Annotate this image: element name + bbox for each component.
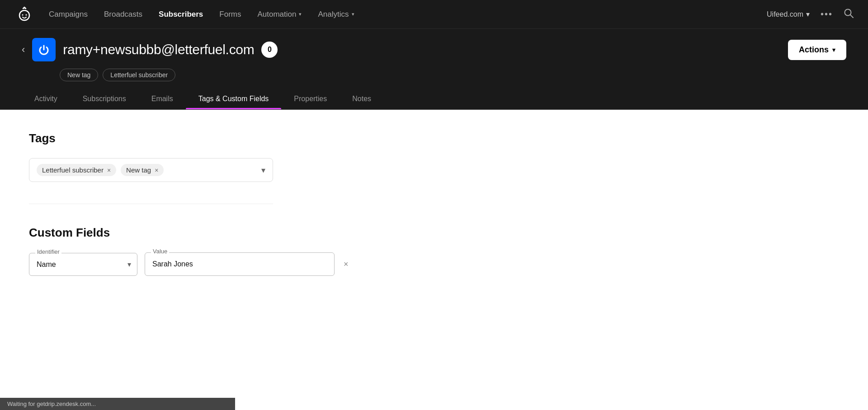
main-content: Tags Letterfuel subscriber × New tag × ▾… (0, 110, 868, 410)
tab-notes[interactable]: Notes (340, 89, 384, 109)
nav-broadcasts[interactable]: Broadcasts (104, 10, 142, 19)
tags-section: Tags Letterfuel subscriber × New tag × ▾ (29, 131, 839, 182)
nav-right: Uifeed.com ▾ ••• (767, 8, 854, 21)
subscriber-tag-pills: New tag Letterfuel subscriber (60, 69, 846, 81)
tag-new-tag: New tag × (121, 164, 164, 176)
subscriber-header: ‹ ramy+newsubbb@letterfuel.com 0 Actions… (0, 29, 868, 110)
tags-section-title: Tags (29, 131, 839, 145)
tags-dropdown[interactable]: Letterfuel subscriber × New tag × ▾ (29, 158, 273, 182)
tag-letterfuel-subscriber: Letterfuel subscriber × (37, 164, 116, 176)
subscriber-email: ramy+newsubbb@letterfuel.com (63, 42, 254, 57)
nav-forms[interactable]: Forms (219, 10, 241, 19)
nav-subscribers[interactable]: Subscribers (159, 10, 203, 19)
sub-nav-tabs: Activity Subscriptions Emails Tags & Cus… (22, 89, 846, 109)
logo[interactable] (14, 5, 34, 24)
actions-button[interactable]: Actions ▾ (788, 40, 846, 60)
identifier-label: Identifier (35, 248, 61, 255)
custom-fields-section: Custom Fields Identifier Name Email City… (29, 226, 839, 276)
top-nav: Campaigns Broadcasts Subscribers Forms A… (0, 0, 868, 29)
custom-field-row: Identifier Name Email City ▾ Value × (29, 252, 839, 276)
tab-properties[interactable]: Properties (281, 89, 340, 109)
domain-chevron-icon: ▾ (806, 10, 810, 19)
tab-activity[interactable]: Activity (22, 89, 70, 109)
nav-campaigns[interactable]: Campaigns (49, 10, 88, 19)
back-button[interactable]: ‹ (22, 45, 25, 55)
identifier-select[interactable]: Name Email City (29, 253, 137, 276)
more-menu-button[interactable]: ••• (821, 9, 833, 19)
tab-tags-custom-fields[interactable]: Tags & Custom Fields (186, 89, 282, 109)
value-label: Value (151, 248, 169, 255)
tag-pill-new-tag[interactable]: New tag (60, 69, 98, 81)
field-value-input[interactable] (145, 252, 335, 276)
remove-tag-letterfuel-button[interactable]: × (107, 167, 111, 173)
nav-analytics[interactable]: Analytics ▾ (318, 10, 354, 19)
nav-links: Campaigns Broadcasts Subscribers Forms A… (49, 10, 767, 19)
section-divider (29, 204, 273, 204)
svg-point-3 (26, 14, 27, 15)
tag-pill-letterfuel[interactable]: Letterfuel subscriber (103, 69, 175, 81)
automation-chevron-icon: ▾ (299, 11, 302, 17)
tab-emails[interactable]: Emails (139, 89, 186, 109)
subscriber-avatar (32, 38, 56, 61)
search-button[interactable] (844, 8, 854, 21)
analytics-chevron-icon: ▾ (352, 11, 354, 17)
subscriber-count-badge: 0 (261, 42, 278, 58)
subscriber-top: ‹ ramy+newsubbb@letterfuel.com 0 Actions… (22, 38, 846, 61)
actions-chevron-icon: ▾ (832, 47, 835, 53)
field-identifier-wrapper: Identifier Name Email City ▾ (29, 253, 137, 276)
domain-selector[interactable]: Uifeed.com ▾ (767, 10, 810, 19)
tab-subscriptions[interactable]: Subscriptions (70, 89, 139, 109)
remove-field-button[interactable]: × (342, 258, 350, 271)
status-bar: Waiting for getdrip.zendesk.com... (0, 398, 235, 410)
svg-point-2 (22, 14, 24, 15)
tags-dropdown-chevron-icon: ▾ (261, 165, 265, 175)
custom-fields-title: Custom Fields (29, 226, 839, 240)
svg-line-5 (850, 15, 853, 18)
nav-automation[interactable]: Automation ▾ (257, 10, 302, 19)
remove-tag-new-button[interactable]: × (155, 167, 158, 173)
tags-list: Letterfuel subscriber × New tag × (37, 164, 164, 176)
subscriber-left: ‹ ramy+newsubbb@letterfuel.com 0 (22, 38, 278, 61)
field-value-wrapper: Value (145, 252, 335, 276)
